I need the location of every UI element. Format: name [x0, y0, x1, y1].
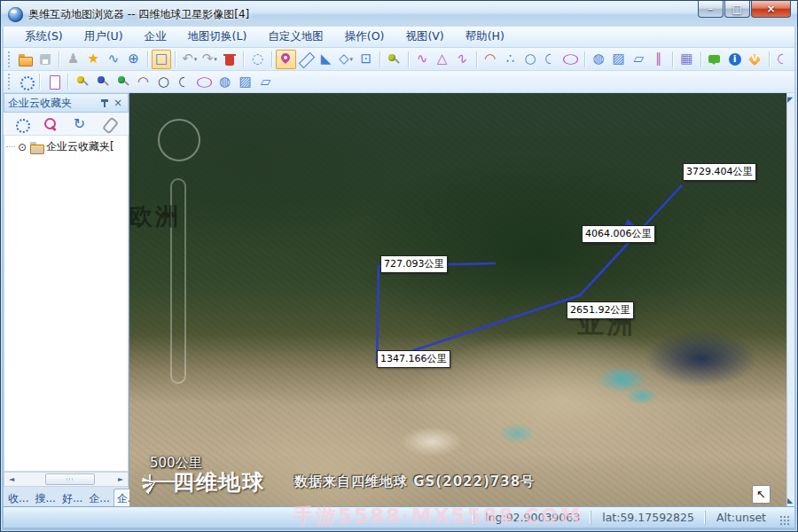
circle-select-icon[interactable]: ◌: [247, 50, 268, 69]
dock-pin-icon[interactable]: [98, 97, 112, 109]
pushpin-green-icon[interactable]: [113, 72, 133, 91]
resize-grip[interactable]: [778, 514, 791, 527]
arc-dark-open-icon[interactable]: ◠: [174, 72, 194, 91]
menu-system[interactable]: 系统(S): [14, 27, 74, 47]
distance-measurement-label[interactable]: 4064.006公里: [582, 225, 655, 243]
arc-open-icon[interactable]: ◠: [540, 50, 560, 69]
pushpin-blue-icon[interactable]: [92, 72, 113, 91]
arc-brown-icon[interactable]: ◠: [133, 72, 153, 91]
scatter-points-icon: ∴: [506, 52, 515, 66]
panel-link-icon[interactable]: [98, 114, 119, 134]
panel-refresh-icon[interactable]: ↻: [69, 114, 90, 134]
visibility-eye-icon[interactable]: ⊙: [18, 142, 27, 153]
hatched-square2-icon[interactable]: ▨: [235, 72, 255, 91]
circle-dark-icon[interactable]: ○: [153, 72, 174, 91]
vip-gem-icon[interactable]: [745, 50, 765, 69]
delete-icon[interactable]: [220, 50, 240, 69]
panel-settings-gear-icon[interactable]: [11, 114, 31, 134]
menu-view[interactable]: 视图(V): [395, 27, 454, 47]
title-bar[interactable]: 奥维互动地图浏览器 -- 四维地球卫星影像图[4] –□×: [1, 1, 797, 27]
panel-close-icon[interactable]: ×: [112, 97, 124, 109]
dropdown-caret-icon[interactable]: ▾: [350, 56, 354, 63]
pushpin-yellow-icon: [75, 74, 90, 89]
scroll-right-icon[interactable]: ►: [113, 475, 128, 483]
collapse-top-icon[interactable]: ◤: [787, 97, 793, 104]
region-select-icon[interactable]: □: [152, 50, 172, 69]
menu-user[interactable]: 用户(U): [74, 27, 134, 47]
fullscreen-corner-button[interactable]: ↖: [752, 485, 771, 504]
ellipse-magenta-icon[interactable]: ○: [194, 72, 215, 91]
distance-measurement-label[interactable]: 3729.404公里: [683, 163, 756, 181]
redo-icon[interactable]: ↷▾: [200, 50, 220, 69]
scatter-points-icon[interactable]: ∴: [500, 50, 520, 69]
right-collapse-strip[interactable]: ◤ ◣: [786, 93, 794, 508]
hatched-square-icon[interactable]: ▨: [608, 50, 629, 69]
measure-area-icon[interactable]: ◣: [316, 50, 336, 69]
placemark-pin-icon[interactable]: [276, 50, 296, 69]
curve-icon[interactable]: ∿: [452, 50, 473, 69]
favorite-star-icon: ★: [87, 52, 98, 66]
tab-friends[interactable]: 好...: [59, 489, 85, 508]
circle-icon: ○: [525, 52, 536, 66]
hatched-circle-icon[interactable]: ◍: [589, 50, 609, 69]
hatched-polygon-icon[interactable]: ▱: [629, 50, 649, 69]
menu-enterprise[interactable]: 企业: [134, 27, 177, 47]
arc-magenta-icon[interactable]: ◠: [773, 50, 794, 69]
camera-icon[interactable]: ⊡: [356, 50, 376, 69]
arc-red-icon[interactable]: ◠: [481, 50, 501, 69]
users-icon[interactable]: ♟: [63, 50, 83, 69]
measure-distance-icon[interactable]: [296, 50, 317, 69]
open-folder-icon[interactable]: [15, 50, 35, 69]
pushpin-yellow-icon[interactable]: [72, 72, 92, 91]
panel-toolbar: ↻: [4, 113, 129, 136]
ellipse-icon[interactable]: ○: [560, 50, 581, 69]
hatched-polygon2-icon[interactable]: ▱: [255, 72, 276, 91]
polygon-icon[interactable]: △: [432, 50, 452, 69]
scrollbar-thumb[interactable]: [45, 473, 95, 485]
collapse-bottom-icon[interactable]: ◣: [787, 497, 793, 505]
tab-enterprise[interactable]: 企...: [86, 489, 112, 508]
menu-help[interactable]: 帮助(H): [455, 27, 515, 47]
map-attribution: 数据来自四维地球 GS(2022)738号: [294, 473, 535, 490]
status-latitude: lat:59.17592825: [591, 511, 705, 525]
circle-icon[interactable]: ○: [520, 50, 541, 69]
close-button[interactable]: ×: [751, 1, 791, 18]
parallel-lines-icon[interactable]: ∥: [649, 50, 669, 69]
favorite-star-icon[interactable]: ★: [83, 50, 104, 69]
distance-measurement-label[interactable]: 1347.166公里: [377, 350, 450, 368]
pushpin-icon[interactable]: [384, 50, 404, 69]
tree-item-label[interactable]: 企业云收藏夹[: [46, 139, 114, 154]
save-icon[interactable]: [35, 50, 56, 69]
maximize-button[interactable]: □: [724, 1, 750, 18]
shape-tool-icon[interactable]: ◇▾: [336, 50, 356, 69]
distance-measurement-label[interactable]: 2651.92公里: [567, 301, 634, 319]
polyline-icon[interactable]: ∿: [412, 50, 433, 69]
track-icon[interactable]: ∿: [104, 50, 124, 69]
undo-icon[interactable]: ↶▾: [179, 50, 200, 69]
dropdown-caret-icon[interactable]: ▾: [214, 56, 217, 63]
dropdown-caret-icon[interactable]: ▾: [194, 56, 198, 63]
minimize-button[interactable]: –: [698, 1, 724, 18]
globe-icon[interactable]: ⊕: [123, 50, 144, 69]
new-file-icon[interactable]: [43, 72, 64, 91]
tree-item-enterprise-cloud[interactable]: ⊙ 企业云收藏夹[: [6, 139, 126, 154]
scrollbar-track[interactable]: [19, 473, 113, 486]
tab-search[interactable]: 搜...: [32, 489, 58, 508]
settings-gear-icon[interactable]: [15, 72, 35, 91]
toolbar-row-1: ♟★∿⊕□↶▾↷▾◌◣◇▾⊡∿△∿◠∴○◠○◍▨▱∥▦◠: [4, 48, 794, 71]
message-icon[interactable]: [705, 50, 725, 69]
tab-favorites[interactable]: 收...: [5, 489, 31, 508]
hatched-circle2-icon[interactable]: ◍: [215, 72, 235, 91]
distance-measurement-label[interactable]: 727.093公里: [380, 255, 448, 273]
scroll-left-icon[interactable]: ◄: [4, 475, 19, 483]
menu-map-switch[interactable]: 地图切换(L): [177, 27, 258, 47]
menu-operation[interactable]: 操作(O): [334, 27, 395, 47]
map-viewport[interactable]: 欧洲亚洲3729.404公里4064.006公里727.093公里2651.92…: [129, 93, 786, 508]
horizontal-scrollbar[interactable]: ◄ ►: [4, 472, 129, 487]
menu-custom-map[interactable]: 自定义地图: [257, 27, 334, 47]
toolbar-grip[interactable]: [8, 51, 12, 67]
info-icon[interactable]: [724, 50, 745, 69]
panel-search-icon[interactable]: [40, 114, 60, 134]
attribute-table-icon[interactable]: ▦: [677, 50, 697, 69]
toolbar-grip[interactable]: [8, 74, 12, 90]
